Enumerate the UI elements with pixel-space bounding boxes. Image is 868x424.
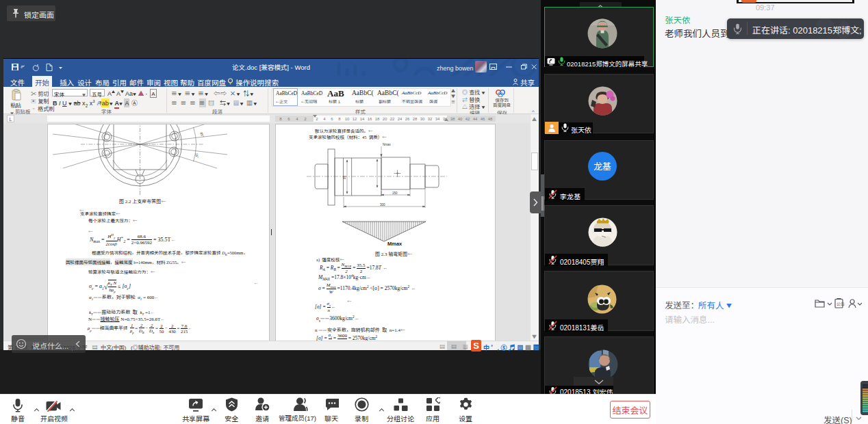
svg-text:6: 6: [288, 117, 290, 121]
svg-text:4: 4: [296, 117, 298, 121]
svg-text:公告: 公告: [837, 301, 845, 307]
svg-text:150: 150: [392, 191, 398, 195]
svg-text:30: 30: [420, 117, 425, 121]
svg-text:8: 8: [279, 117, 282, 121]
svg-text:28: 28: [413, 117, 418, 121]
svg-text:26: 26: [405, 117, 410, 121]
svg-text:95: 95: [342, 175, 346, 179]
svg-text:38: 38: [450, 117, 455, 121]
svg-text:2: 2: [304, 117, 307, 121]
svg-text:14: 14: [360, 117, 365, 121]
svg-text:6: 6: [331, 117, 333, 121]
svg-text:20: 20: [383, 117, 387, 121]
svg-text:22: 22: [390, 117, 395, 121]
svg-text:12: 12: [353, 117, 357, 121]
svg-text:300: 300: [380, 202, 385, 207]
svg-text:32: 32: [428, 117, 433, 121]
svg-text:4: 4: [323, 117, 326, 121]
svg-text:8: 8: [338, 117, 341, 121]
svg-text:24: 24: [398, 117, 403, 121]
svg-text:15°: 15°: [194, 153, 200, 159]
svg-text:18: 18: [375, 117, 380, 121]
svg-text:40: 40: [458, 117, 463, 121]
svg-text:44: 44: [473, 117, 478, 121]
svg-text:48: 48: [488, 117, 493, 121]
svg-text:10: 10: [345, 117, 350, 121]
svg-text:Nmax: Nmax: [383, 142, 392, 146]
svg-text:16: 16: [368, 117, 372, 121]
svg-text:46: 46: [481, 117, 485, 121]
svg-text:34: 34: [435, 117, 440, 121]
svg-text:42: 42: [465, 117, 470, 121]
